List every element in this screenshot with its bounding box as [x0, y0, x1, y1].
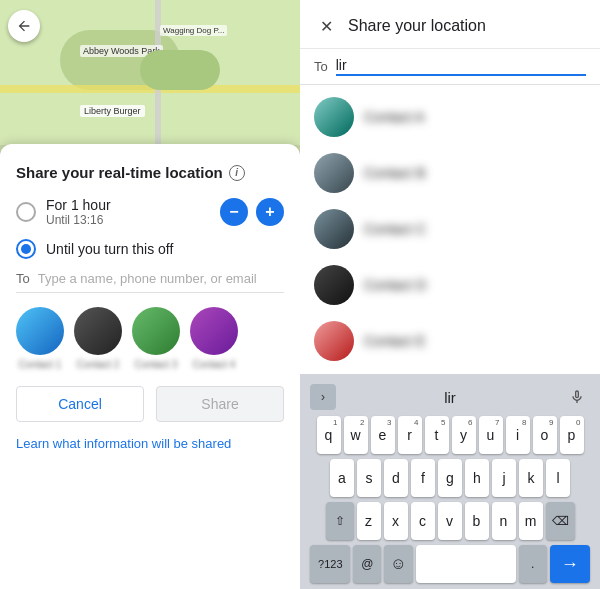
contacts-list: Contact A Contact B Contact C Contact D …: [300, 85, 600, 374]
share-button[interactable]: Share: [156, 386, 284, 422]
contact-list-avatar-1: [314, 97, 354, 137]
map-label-wagging: Wagging Dog P...: [160, 25, 227, 36]
learn-link[interactable]: Learn what information will be shared: [16, 436, 231, 451]
contact-list-item-2[interactable]: Contact B: [300, 145, 600, 201]
key-m[interactable]: m: [519, 502, 543, 540]
contact-list-name-5: Contact E: [364, 333, 425, 349]
keyboard-expand-button[interactable]: ›: [310, 384, 336, 410]
key-num-switch[interactable]: ?123: [310, 545, 350, 583]
to-input-row[interactable]: To Type a name, phone number, or email: [16, 271, 284, 293]
duration-controls: − +: [220, 198, 284, 226]
contacts-row: Contact 1 Contact 2 Contact 3 Contact 4: [16, 307, 284, 370]
contact-list-name-4: Contact D: [364, 277, 426, 293]
contact-name-1: Contact 1: [19, 359, 62, 370]
key-period[interactable]: .: [519, 545, 547, 583]
key-b[interactable]: b: [465, 502, 489, 540]
key-z[interactable]: z: [357, 502, 381, 540]
key-y[interactable]: y6: [452, 416, 476, 454]
key-u[interactable]: u7: [479, 416, 503, 454]
right-title: Share your location: [348, 17, 486, 35]
map-label-burger: Liberty Burger: [80, 105, 145, 117]
contact-list-name-1: Contact A: [364, 109, 425, 125]
keyboard-row-3: ⇧ z x c v b n m ⌫: [304, 502, 596, 540]
right-header: ✕ Share your location: [300, 0, 600, 49]
to-label: To: [16, 271, 30, 286]
option-1-hour[interactable]: For 1 hour Until 13:16 − +: [16, 197, 284, 227]
key-a[interactable]: a: [330, 459, 354, 497]
keyboard-row-1: q1 w2 e3 r4 t5 y6 u7 i8 o9 p0: [304, 416, 596, 454]
contact-avatar-1: [16, 307, 64, 355]
key-k[interactable]: k: [519, 459, 543, 497]
option-1-hour-text: For 1 hour Until 13:16: [46, 197, 220, 227]
key-h[interactable]: h: [465, 459, 489, 497]
microphone-button[interactable]: [564, 384, 590, 410]
contact-item-2[interactable]: Contact 2: [74, 307, 122, 370]
key-o[interactable]: o9: [533, 416, 557, 454]
increase-duration-button[interactable]: +: [256, 198, 284, 226]
key-e[interactable]: e3: [371, 416, 395, 454]
to-label-right: To: [314, 59, 328, 74]
right-panel: ✕ Share your location To Contact A Conta…: [300, 0, 600, 589]
key-g[interactable]: g: [438, 459, 462, 497]
keyboard-bottom-row: ?123 @ ☺ . →: [304, 545, 596, 583]
key-x[interactable]: x: [384, 502, 408, 540]
radio-1-hour[interactable]: [16, 202, 36, 222]
key-at[interactable]: @: [353, 545, 381, 583]
contact-avatar-2: [74, 307, 122, 355]
key-v[interactable]: v: [438, 502, 462, 540]
contact-item-4[interactable]: Contact 4: [190, 307, 238, 370]
contact-list-item-1[interactable]: Contact A: [300, 89, 600, 145]
back-button[interactable]: [8, 10, 40, 42]
key-f[interactable]: f: [411, 459, 435, 497]
cancel-button[interactable]: Cancel: [16, 386, 144, 422]
keyboard-suggestion-row: › lir: [304, 380, 596, 416]
to-input-right[interactable]: [336, 57, 586, 76]
contact-list-name-2: Contact B: [364, 165, 425, 181]
share-card-title: Share your real-time location i: [16, 164, 284, 181]
key-r[interactable]: r4: [398, 416, 422, 454]
left-panel: Abbey Woods Park Wagging Dog P... Libert…: [0, 0, 300, 589]
key-c[interactable]: c: [411, 502, 435, 540]
contact-list-item-3[interactable]: Contact C: [300, 201, 600, 257]
key-space[interactable]: [416, 545, 516, 583]
key-j[interactable]: j: [492, 459, 516, 497]
option-turn-off-text: Until you turn this off: [46, 241, 284, 257]
contact-name-3: Contact 3: [135, 359, 178, 370]
key-shift[interactable]: ⇧: [326, 502, 354, 540]
contact-list-avatar-3: [314, 209, 354, 249]
radio-turn-off[interactable]: [16, 239, 36, 259]
contact-avatar-3: [132, 307, 180, 355]
contact-name-2: Contact 2: [77, 359, 120, 370]
actions-row: Cancel Share: [16, 386, 284, 422]
contact-item-3[interactable]: Contact 3: [132, 307, 180, 370]
contact-list-avatar-4: [314, 265, 354, 305]
key-l[interactable]: l: [546, 459, 570, 497]
keyboard-row-2: a s d f g h j k l: [304, 459, 596, 497]
contact-list-avatar-2: [314, 153, 354, 193]
key-q[interactable]: q1: [317, 416, 341, 454]
share-card: Share your real-time location i For 1 ho…: [0, 144, 300, 589]
contact-list-item-4[interactable]: Contact D: [300, 257, 600, 313]
key-i[interactable]: i8: [506, 416, 530, 454]
key-d[interactable]: d: [384, 459, 408, 497]
info-icon[interactable]: i: [229, 165, 245, 181]
keyboard-suggestion[interactable]: lir: [340, 389, 560, 406]
key-p[interactable]: p0: [560, 416, 584, 454]
contact-list-item-5[interactable]: Contact E: [300, 313, 600, 369]
key-backspace[interactable]: ⌫: [546, 502, 575, 540]
key-emoji[interactable]: ☺: [384, 545, 412, 583]
key-t[interactable]: t5: [425, 416, 449, 454]
map-label-park: Abbey Woods Park: [80, 45, 163, 57]
key-enter[interactable]: →: [550, 545, 590, 583]
key-n[interactable]: n: [492, 502, 516, 540]
contact-list-name-3: Contact C: [364, 221, 426, 237]
key-s[interactable]: s: [357, 459, 381, 497]
contact-name-4: Contact 4: [193, 359, 236, 370]
option-turn-off[interactable]: Until you turn this off: [16, 239, 284, 259]
decrease-duration-button[interactable]: −: [220, 198, 248, 226]
close-button[interactable]: ✕: [314, 14, 338, 38]
key-w[interactable]: w2: [344, 416, 368, 454]
contact-item-1[interactable]: Contact 1: [16, 307, 64, 370]
to-placeholder[interactable]: Type a name, phone number, or email: [38, 271, 257, 286]
contact-list-avatar-5: [314, 321, 354, 361]
